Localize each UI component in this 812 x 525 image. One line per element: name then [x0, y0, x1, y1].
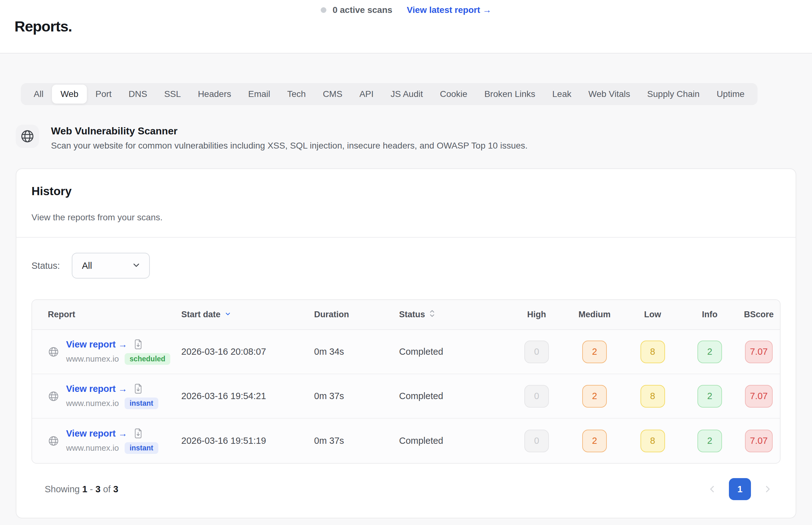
scan-type-badge: scheduled	[125, 353, 170, 365]
pagination: 1	[707, 478, 773, 500]
tab-ssl[interactable]: SSL	[156, 85, 190, 104]
tab-web[interactable]: Web	[52, 85, 87, 104]
info-count-pill: 2	[697, 341, 722, 363]
tab-js-audit[interactable]: JS Audit	[382, 85, 432, 104]
history-card: History View the reports from your scans…	[16, 168, 796, 519]
sort-both-icon	[429, 310, 435, 320]
status-cell: Completed	[399, 391, 508, 401]
tab-cookie[interactable]: Cookie	[432, 85, 476, 104]
low-count-pill: 8	[641, 385, 665, 408]
table-row: View report → www.numex.io instant 2026-…	[32, 374, 780, 419]
sort-descending-icon	[224, 310, 231, 319]
tab-all[interactable]: All	[25, 85, 52, 104]
active-scans-indicator: 0 active scans	[321, 5, 392, 15]
low-count-pill: 8	[641, 430, 665, 452]
bscore-pill: 7.07	[745, 430, 773, 452]
status-filter-value: All	[82, 260, 92, 271]
start-date-cell: 2026-03-16 19:54:21	[181, 391, 314, 401]
start-date-cell: 2026-03-16 19:51:19	[181, 436, 314, 446]
tab-headers[interactable]: Headers	[190, 85, 240, 104]
tab-tech[interactable]: Tech	[279, 85, 314, 104]
chevron-down-icon	[132, 260, 141, 271]
globe-icon	[16, 125, 39, 148]
table-footer: Showing 1 - 3 of 3 1	[31, 478, 781, 500]
info-count-pill: 2	[697, 385, 722, 408]
table-row: View report → www.numex.io instant 2026-…	[32, 419, 780, 463]
high-count-pill: 0	[524, 341, 549, 363]
scanner-description: Scan your website for common vulnerabili…	[51, 141, 527, 151]
high-count-pill: 0	[524, 430, 549, 452]
medium-count-pill: 2	[582, 430, 607, 452]
report-cell: View report → www.numex.io instant	[32, 428, 181, 454]
column-header-low: Low	[623, 310, 682, 319]
column-header-info: Info	[682, 310, 738, 319]
scanner-intro: Web Vulnerability Scanner Scan your webs…	[16, 125, 796, 151]
scan-type-badge: instant	[125, 442, 158, 454]
page-content: AllWebPortDNSSSLHeadersEmailTechCMSAPIJS…	[0, 54, 812, 519]
top-header: 0 active scans View latest report → Repo…	[0, 0, 812, 54]
history-title: History	[31, 185, 781, 198]
table-row: View report → www.numex.io scheduled 202…	[32, 330, 780, 374]
column-header-start-date[interactable]: Start date	[181, 310, 314, 319]
globe-icon	[48, 435, 59, 447]
report-main: View report → www.numex.io instant	[66, 428, 158, 454]
bscore-pill: 7.07	[745, 385, 773, 408]
scan-type-badge: instant	[125, 397, 158, 409]
scanner-text: Web Vulnerability Scanner Scan your webs…	[51, 125, 527, 151]
tab-dns[interactable]: DNS	[120, 85, 156, 104]
tab-leak[interactable]: Leak	[544, 85, 580, 104]
low-count-pill: 8	[641, 341, 665, 363]
status-dot-icon	[321, 7, 326, 13]
status-cell: Completed	[399, 436, 508, 446]
scan-domain: www.numex.io	[66, 354, 119, 364]
report-main: View report → www.numex.io scheduled	[66, 339, 170, 365]
table-header-row: Report Start date Duration Status	[32, 300, 780, 330]
bscore-pill: 7.07	[745, 341, 773, 363]
high-count-pill: 0	[524, 385, 549, 408]
duration-cell: 0m 37s	[314, 391, 399, 401]
scan-domain: www.numex.io	[66, 399, 119, 408]
column-header-medium: Medium	[566, 310, 623, 319]
tab-bar: AllWebPortDNSSSLHeadersEmailTechCMSAPIJS…	[21, 83, 757, 105]
report-cell: View report → www.numex.io instant	[32, 383, 181, 409]
tab-email[interactable]: Email	[240, 85, 279, 104]
tab-supply-chain[interactable]: Supply Chain	[638, 85, 708, 104]
previous-page-button[interactable]	[707, 484, 718, 494]
view-report-link[interactable]: View report →	[66, 339, 127, 350]
tab-web-vitals[interactable]: Web Vitals	[580, 85, 639, 104]
info-count-pill: 2	[697, 430, 722, 452]
next-page-button[interactable]	[762, 484, 773, 494]
tab-api[interactable]: API	[351, 85, 382, 104]
tab-cms[interactable]: CMS	[314, 85, 351, 104]
globe-icon	[48, 346, 59, 358]
download-report-icon[interactable]	[133, 428, 143, 439]
showing-summary: Showing 1 - 3 of 3	[45, 484, 118, 494]
column-header-report: Report	[32, 310, 181, 319]
status-filter-select[interactable]: All	[72, 253, 150, 279]
column-header-status[interactable]: Status	[399, 310, 508, 320]
view-latest-report-link[interactable]: View latest report →	[407, 5, 492, 15]
history-card-header: History View the reports from your scans…	[16, 169, 796, 238]
report-cell: View report → www.numex.io scheduled	[32, 339, 181, 365]
history-card-body: Status: All Report Start date	[16, 238, 796, 518]
status-cell: Completed	[399, 347, 508, 357]
download-report-icon[interactable]	[133, 339, 143, 350]
status-filter-label: Status:	[31, 260, 60, 271]
view-report-link[interactable]: View report →	[66, 384, 127, 394]
duration-cell: 0m 34s	[314, 347, 399, 357]
tab-uptime[interactable]: Uptime	[708, 85, 753, 104]
medium-count-pill: 2	[582, 385, 607, 408]
scan-status-cluster: 0 active scans View latest report →	[0, 5, 812, 15]
download-report-icon[interactable]	[133, 383, 143, 394]
status-filter: Status: All	[31, 253, 781, 279]
table-body: View report → www.numex.io scheduled 202…	[32, 330, 780, 463]
scan-domain: www.numex.io	[66, 443, 119, 453]
scanner-title: Web Vulnerability Scanner	[51, 125, 527, 137]
tab-port[interactable]: Port	[87, 85, 120, 104]
column-header-high: High	[508, 310, 566, 319]
tab-broken-links[interactable]: Broken Links	[476, 85, 544, 104]
globe-icon	[48, 391, 59, 402]
page-1-button[interactable]: 1	[729, 478, 751, 500]
view-report-link[interactable]: View report →	[66, 429, 127, 439]
column-header-duration: Duration	[314, 310, 399, 319]
